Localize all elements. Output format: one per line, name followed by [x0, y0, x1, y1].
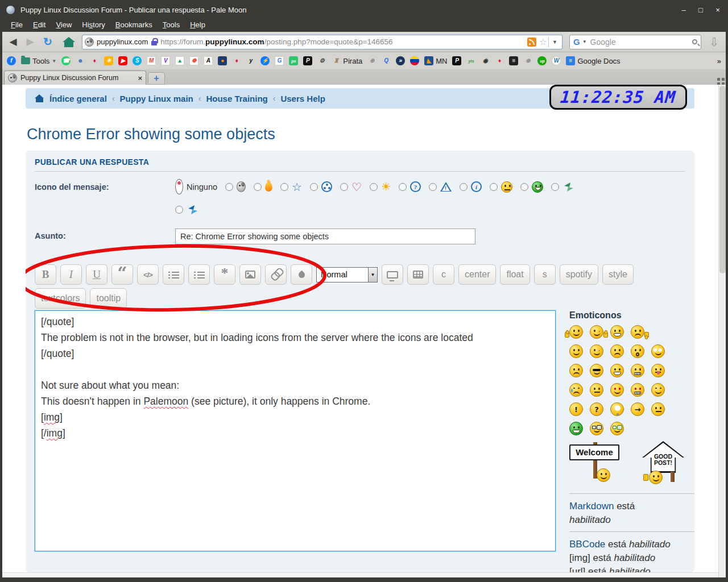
radio-pop[interactable]	[310, 183, 318, 191]
message-icon-option-biggrin[interactable]	[520, 181, 543, 193]
url-bar[interactable]: puppylinux.com https://forum.puppylinux.…	[82, 35, 562, 49]
bookmark-google-translate[interactable]: G	[275, 56, 284, 65]
bbcode-link[interactable]: BBCode	[569, 539, 605, 550]
breadcrumb-link-1[interactable]: Índice general	[49, 94, 107, 103]
bookmark-google-photos[interactable]: ☸	[189, 56, 198, 65]
emoticon-cry-icon[interactable]	[569, 383, 583, 397]
bookmarks-overflow-icon[interactable]: »	[717, 57, 721, 65]
breadcrumb-link-4[interactable]: Users Help	[280, 94, 325, 103]
emoticon-eek-icon[interactable]	[651, 344, 665, 358]
bookmark-bird-site[interactable]: y	[246, 56, 255, 65]
bookmark-truck-site[interactable]: ≡	[509, 56, 518, 65]
emoticon-rolleyes-icon[interactable]	[651, 383, 665, 397]
bookmark-globe-2[interactable]: ⊕	[523, 56, 532, 65]
bookmark-search-site[interactable]: Q	[382, 56, 391, 65]
minimize-button-icon[interactable]: –	[679, 6, 688, 14]
font-size-select[interactable]: Normal▼	[316, 267, 378, 282]
emoticon-indifferent-icon[interactable]	[651, 402, 665, 416]
emoticon-smile-icon[interactable]	[569, 344, 583, 358]
spotify-button[interactable]: spotify	[560, 264, 598, 285]
downloads-button-icon[interactable]: ⇩	[709, 35, 719, 49]
all-tabs-grid-icon[interactable]	[717, 78, 720, 81]
bookmark-yellow-site[interactable]: ☀	[104, 56, 113, 65]
rss-icon[interactable]	[527, 38, 536, 47]
message-icon-option-info[interactable]: i	[460, 181, 482, 192]
emoticon-confused-icon[interactable]	[569, 364, 583, 377]
url-text[interactable]: https://forum.puppylinux.com/posting.php…	[160, 38, 525, 46]
message-icon-option-fire[interactable]	[254, 182, 272, 192]
menu-file[interactable]: File	[6, 19, 28, 31]
scrollbar-thumb[interactable]	[719, 86, 726, 273]
emoticon-mad-icon[interactable]	[631, 364, 644, 377]
radio-heart[interactable]	[340, 183, 348, 191]
radio-idea[interactable]	[370, 183, 378, 191]
bookmark-gear-site[interactable]: ⚙	[317, 56, 326, 65]
emoticon-wink-icon[interactable]	[590, 344, 603, 358]
table-button[interactable]	[407, 264, 429, 285]
bookmark-whatsapp[interactable]: ☎	[61, 56, 71, 65]
menu-help[interactable]: Help	[185, 19, 210, 31]
bookmark-star-icon[interactable]: ☆	[539, 36, 547, 47]
bookmark-facebook[interactable]: f	[7, 56, 16, 65]
emoticon-sad-icon[interactable]	[610, 344, 624, 358]
message-icon-option-puppy[interactable]	[225, 181, 246, 192]
tab-puppy-forum[interactable]: Puppy Linux Discussion Forum ×	[4, 70, 146, 85]
menu-history[interactable]: History	[77, 19, 110, 31]
emoticon-wink-thumbup-icon[interactable]	[590, 325, 603, 339]
menu-edit[interactable]: Edit	[28, 19, 51, 31]
tooltip-button[interactable]: tooltip	[90, 288, 127, 309]
site-identity[interactable]: puppylinux.com	[97, 38, 148, 46]
home-breadcrumb-icon[interactable]	[35, 94, 44, 102]
bookmark-tools-folder[interactable]: Tools▼	[21, 57, 56, 65]
bold-button[interactable]: B	[35, 264, 56, 285]
message-icon-option-recycle-green[interactable]	[551, 181, 575, 193]
bookmark-camera-site[interactable]: ◉	[481, 56, 490, 65]
radio-recycle-green[interactable]	[551, 183, 559, 191]
emoticon-boffin-icon[interactable]	[610, 422, 624, 435]
emoticon-neutral-icon[interactable]	[590, 383, 603, 397]
url-dropdown-icon[interactable]: ▼	[548, 37, 560, 47]
bookmark-yts[interactable]: yts	[466, 56, 475, 65]
emoticon-cool-icon[interactable]	[590, 364, 603, 377]
emoticon-lol-icon[interactable]	[610, 364, 624, 377]
center-button[interactable]: center	[458, 264, 496, 285]
emoticon-shock-icon[interactable]	[631, 344, 644, 358]
list-item-button[interactable]: *	[214, 264, 235, 285]
message-icon-option-heart[interactable]: ♡	[340, 180, 362, 194]
home-button-icon[interactable]	[63, 37, 75, 47]
bookmark-google-docs[interactable]: ≡Google Docs	[566, 56, 620, 65]
new-tab-button[interactable]: +	[148, 72, 165, 85]
radio-fire[interactable]	[254, 183, 262, 191]
image-button[interactable]	[239, 264, 261, 285]
radio-smirk[interactable]	[490, 183, 498, 191]
link-button[interactable]	[265, 264, 287, 285]
message-icon-option-question[interactable]: ?	[399, 181, 421, 192]
quote-button[interactable]: “	[111, 264, 133, 285]
radio-puppy[interactable]	[225, 183, 233, 191]
message-icon-option-alert[interactable]: !	[429, 182, 452, 192]
forward-button-icon[interactable]: ▶	[23, 36, 38, 48]
maximize-button-icon[interactable]: □	[696, 6, 705, 14]
bookmark-contact[interactable]: ☻	[76, 56, 85, 65]
bookmark-gmail[interactable]: M	[147, 56, 156, 65]
textcolors-button[interactable]: textcolors	[35, 288, 86, 309]
back-button-icon[interactable]: ◀	[6, 36, 20, 48]
message-icon-option-recycle-blue[interactable]	[175, 204, 199, 215]
menu-tools[interactable]: Tools	[158, 19, 185, 31]
bookmark-skype[interactable]: S	[133, 56, 142, 65]
emoticon-biggrin-icon[interactable]	[610, 325, 624, 339]
float-button[interactable]: float	[500, 264, 530, 285]
emoticon-question-icon[interactable]: ?	[590, 402, 603, 416]
emoticon-arrow-icon[interactable]: →	[631, 402, 644, 416]
message-icon-option-smirk[interactable]	[490, 181, 512, 193]
bookmark-mn-site[interactable]: ◣MN	[424, 56, 447, 65]
page-scrollbar[interactable]	[718, 85, 726, 577]
emoticon-welcome[interactable]: Welcome	[569, 441, 624, 487]
code-button[interactable]: </>	[137, 264, 159, 285]
italic-button[interactable]: I	[60, 264, 82, 285]
emoticon-biggrin-icon[interactable]	[532, 181, 543, 193]
breadcrumb-link-2[interactable]: Puppy Linux main	[120, 94, 193, 103]
bookmark-p-site[interactable]: P	[303, 56, 312, 65]
search-engine-dropdown-icon[interactable]: ▼	[582, 39, 587, 44]
strike-button[interactable]: s	[534, 264, 556, 285]
